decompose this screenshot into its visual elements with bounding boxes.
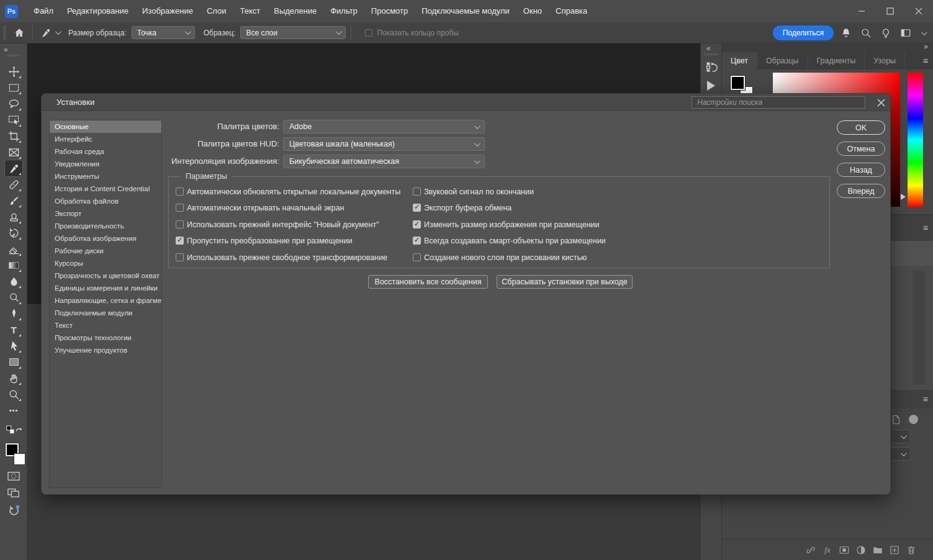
share-button[interactable]: Поделиться [773, 25, 834, 40]
cancel-button[interactable]: Отмена [837, 142, 885, 156]
prev-button[interactable]: Назад [837, 163, 885, 177]
checkbox-auto-show-home-screen[interactable] [176, 204, 184, 212]
toolbar-grip[interactable] [6, 55, 21, 56]
panel-toggle[interactable] [909, 415, 918, 424]
menu-layers[interactable]: Слои [200, 0, 233, 22]
gradient-tool[interactable] [5, 257, 22, 273]
show-sampling-ring-checkbox[interactable] [365, 29, 372, 37]
tab-gradients[interactable]: Градиенты [808, 52, 865, 70]
hue-slider[interactable] [908, 73, 923, 207]
options-bar-grip[interactable] [3, 26, 6, 40]
rectangular-marquee-tool[interactable] [5, 79, 22, 96]
object-selection-tool[interactable] [5, 112, 22, 128]
layer-effects-icon[interactable]: fx [822, 544, 833, 556]
checkbox-skip-transform-when-placing[interactable] [176, 237, 184, 245]
tab-swatches[interactable]: Образцы [757, 52, 808, 70]
link-layers-icon[interactable] [805, 544, 816, 556]
menu-plugins[interactable]: Подключаемые модули [415, 0, 516, 22]
quick-mask-toggle[interactable] [0, 471, 27, 482]
reset-all-warnings-button[interactable]: Восстановить все сообщения [368, 275, 488, 289]
menu-edit[interactable]: Редактирование [60, 0, 135, 22]
rotate-view-tool[interactable] [0, 504, 27, 518]
checkbox-beep-when-done[interactable] [413, 187, 421, 196]
close-button[interactable] [904, 0, 933, 22]
panel-menu-icon[interactable]: ≡ [923, 52, 928, 70]
pen-tool[interactable] [5, 305, 22, 322]
search-icon[interactable] [859, 25, 873, 40]
dialog-titlebar[interactable]: Установки [42, 94, 890, 111]
ok-button[interactable]: OK [837, 120, 885, 135]
layer-mask-icon[interactable] [839, 544, 850, 556]
type-tool[interactable]: T [5, 322, 22, 338]
checkbox-auto-update-open-documents[interactable] [176, 187, 184, 196]
checkbox-always-create-smart-objects[interactable] [413, 237, 421, 245]
move-tool[interactable] [5, 63, 22, 79]
tab-color[interactable]: Цвет [722, 52, 757, 70]
checkbox-legacy-new-document[interactable] [176, 220, 184, 228]
sidebar-item-scratch-disks[interactable]: Рабочие диски [50, 245, 161, 257]
new-layer-icon[interactable] [889, 544, 900, 556]
dock-collapse-icon[interactable]: « [706, 44, 711, 53]
screen-mode-button[interactable] [0, 487, 27, 499]
clone-stamp-tool[interactable] [5, 209, 22, 225]
path-selection-tool[interactable] [5, 338, 22, 354]
rectangle-tool[interactable] [5, 354, 22, 370]
sidebar-item-units-rulers[interactable]: Единицы измерения и линейки [50, 282, 161, 294]
history-brush-tool[interactable] [5, 225, 22, 241]
menu-type[interactable]: Текст [233, 0, 268, 22]
delete-layer-icon[interactable] [906, 544, 917, 556]
foreground-color-swatch[interactable] [731, 76, 745, 90]
reset-preferences-on-quit-button[interactable]: Сбрасывать установки при выходе [497, 275, 633, 289]
frame-tool[interactable] [5, 144, 22, 160]
menu-view[interactable]: Просмотр [364, 0, 415, 22]
eyedropper-tool-icon[interactable] [38, 25, 54, 41]
dialog-close-icon[interactable] [877, 98, 886, 107]
panel-menu-icon[interactable]: ≡ [923, 215, 928, 242]
sidebar-item-file-handling[interactable]: Обработка файлов [50, 195, 161, 207]
checkbox-export-clipboard[interactable] [413, 204, 421, 212]
hud-color-picker-select[interactable]: Цветовая шкала (маленькая) [283, 137, 485, 151]
menu-image[interactable]: Изображение [135, 0, 200, 22]
sidebar-item-transparency-gamut[interactable]: Прозрачность и цветовой охват [50, 269, 161, 282]
background-color-swatch[interactable] [14, 453, 25, 465]
sidebar-item-history-content-credentials[interactable]: История и Content Credential [50, 183, 161, 195]
dock-grip[interactable] [704, 53, 719, 55]
zoom-tool[interactable] [5, 386, 22, 402]
hue-slider-marker[interactable] [901, 194, 906, 200]
sample-size-select[interactable]: Точка [132, 26, 195, 39]
checkbox-resize-image-during-place[interactable] [413, 220, 421, 228]
spot-healing-brush-tool[interactable] [5, 176, 22, 192]
history-panel-icon[interactable] [705, 61, 718, 73]
tool-preset-chevron-icon[interactable] [55, 29, 61, 35]
crop-tool[interactable] [5, 128, 22, 144]
brush-tool[interactable] [5, 192, 22, 209]
image-interpolation-select[interactable]: Бикубическая автоматическая [283, 155, 485, 168]
eraser-tool[interactable] [5, 241, 22, 257]
dodge-tool[interactable] [5, 289, 22, 305]
blur-tool[interactable] [5, 273, 22, 289]
sidebar-item-cursors[interactable]: Курсоры [50, 257, 161, 269]
sample-select[interactable]: Все слои [240, 26, 346, 39]
menu-filter[interactable]: Фильтр [323, 0, 364, 22]
sidebar-item-performance[interactable]: Производительность [50, 220, 161, 232]
lasso-tool[interactable] [5, 96, 22, 112]
layer-group-icon[interactable] [872, 544, 883, 556]
workspace-icon[interactable] [898, 25, 913, 40]
adjustment-layer-icon[interactable] [855, 544, 867, 556]
workspace-chevron-icon[interactable] [921, 29, 927, 35]
preferences-search-input[interactable] [692, 96, 865, 109]
sidebar-item-guides-grid-slices[interactable]: Направляющие, сетка и фрагменты [50, 294, 161, 307]
home-icon[interactable] [11, 25, 27, 41]
maximize-button[interactable] [876, 0, 904, 22]
sidebar-item-type[interactable]: Текст [50, 319, 161, 332]
next-button[interactable]: Вперед [837, 184, 885, 198]
panel-expand-icon[interactable]: » [924, 42, 928, 51]
hand-tool[interactable] [5, 370, 22, 386]
eyedropper-tool[interactable] [5, 160, 22, 176]
minimize-button[interactable] [847, 0, 876, 22]
checkbox-legacy-free-transform[interactable] [176, 253, 184, 261]
discover-lightbulb-icon[interactable] [878, 25, 893, 40]
color-picker-select[interactable]: Adobe [283, 120, 485, 133]
actions-panel-icon[interactable] [705, 79, 718, 92]
menu-select[interactable]: Выделение [267, 0, 323, 22]
